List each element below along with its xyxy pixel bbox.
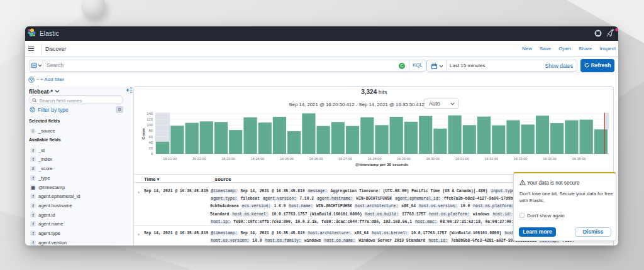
svg-text:16:24:00: 16:24:00	[251, 157, 265, 161]
svg-text:Count: Count	[141, 128, 145, 139]
svg-text:16:35:00: 16:35:00	[572, 157, 586, 161]
svg-text:16:33:00: 16:33:00	[514, 157, 528, 161]
svg-text:16:34:00: 16:34:00	[543, 157, 557, 161]
svg-text:20: 20	[149, 146, 153, 150]
svg-text:16:25:00: 16:25:00	[280, 157, 294, 161]
svg-text:16:27:00: 16:27:00	[338, 157, 352, 161]
svg-text:16:30:00: 16:30:00	[426, 157, 440, 161]
svg-text:60: 60	[149, 135, 153, 139]
svg-text:40: 40	[149, 141, 153, 144]
svg-text:140: 140	[147, 112, 153, 116]
svg-text:@timestamp per 30 seconds: @timestamp per 30 seconds	[355, 162, 408, 166]
svg-text:16:28:00: 16:28:00	[368, 157, 382, 161]
svg-text:16:32:00: 16:32:00	[484, 157, 498, 161]
svg-text:120: 120	[147, 117, 153, 121]
svg-text:80: 80	[149, 129, 153, 132]
svg-text:16:26:00: 16:26:00	[309, 157, 323, 161]
svg-text:16:29:00: 16:29:00	[397, 157, 411, 161]
svg-text:100: 100	[147, 123, 153, 127]
svg-text:16:21:00: 16:21:00	[163, 157, 177, 161]
svg-text:16:23:00: 16:23:00	[221, 157, 235, 161]
svg-text:16:31:00: 16:31:00	[455, 157, 469, 161]
svg-text:16:22:00: 16:22:00	[192, 157, 206, 161]
svg-text:0: 0	[151, 152, 153, 156]
